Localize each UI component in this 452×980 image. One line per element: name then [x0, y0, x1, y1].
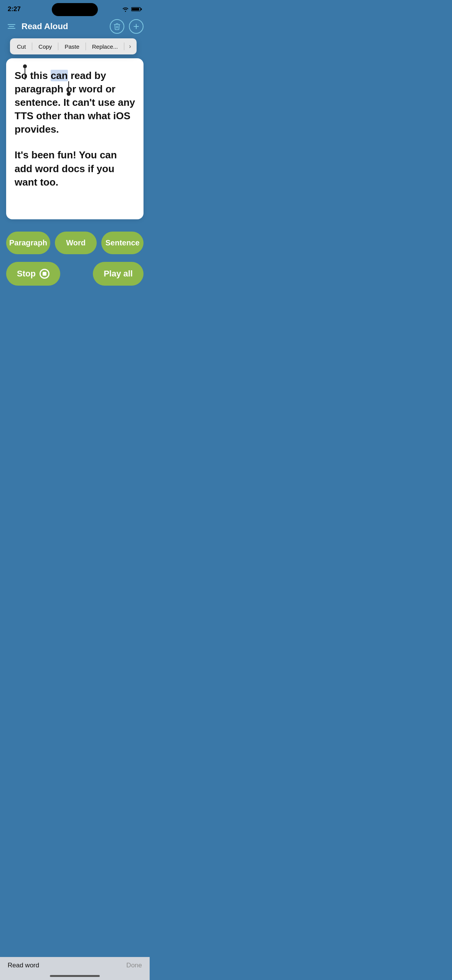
plus-icon: [132, 23, 140, 30]
menu-divider-4: [124, 43, 124, 50]
play-all-button[interactable]: Play all: [93, 262, 144, 286]
status-bar: 2:27: [0, 0, 150, 16]
text-card[interactable]: So this can read by paragraph or word or…: [6, 58, 144, 219]
nav-bar: Read Aloud: [0, 16, 150, 38]
selection-handle-start: [23, 64, 27, 80]
add-button[interactable]: [129, 19, 144, 34]
stop-square: [43, 272, 46, 276]
menu-divider-1: [32, 43, 32, 50]
filter-icon[interactable]: [6, 23, 17, 30]
action-buttons-row: Stop Play all: [6, 262, 144, 286]
selection-handle-end: [67, 81, 71, 96]
sentence-button[interactable]: Sentence: [101, 232, 144, 254]
text-content: So this can read by paragraph or word or…: [15, 69, 135, 189]
paragraph-button[interactable]: Paragraph: [6, 232, 50, 254]
menu-divider-3: [86, 43, 86, 50]
svg-rect-2: [141, 8, 142, 10]
context-menu: Cut Copy Paste Replace... ›: [10, 38, 137, 54]
paste-menu-item[interactable]: Paste: [59, 41, 84, 52]
cut-menu-item[interactable]: Cut: [12, 41, 31, 52]
bottom-area: Paragraph Word Sentence Stop Play all: [0, 219, 150, 286]
stop-icon: [40, 269, 49, 279]
menu-more-arrow[interactable]: ›: [125, 41, 135, 52]
status-time: 2:27: [8, 5, 21, 13]
copy-menu-item[interactable]: Copy: [33, 41, 57, 52]
paragraph-2: It's been fun! You can add word docs if …: [15, 148, 135, 189]
replace-menu-item[interactable]: Replace...: [87, 41, 124, 52]
word-button[interactable]: Word: [55, 232, 97, 254]
battery-icon: [131, 7, 142, 12]
menu-divider-2: [58, 43, 58, 50]
svg-rect-1: [132, 8, 139, 11]
page-title: Read Aloud: [21, 21, 105, 31]
status-notch: [52, 3, 98, 16]
highlighted-word: can: [51, 70, 68, 81]
status-icons: [122, 7, 142, 12]
trash-icon: [113, 23, 121, 30]
stop-button[interactable]: Stop: [6, 262, 60, 286]
stop-label: Stop: [17, 269, 36, 279]
paragraph-1: So this can read by paragraph or word or…: [15, 69, 135, 136]
context-menu-container: Cut Copy Paste Replace... ›: [0, 38, 150, 54]
delete-button[interactable]: [110, 19, 124, 34]
mode-buttons-row: Paragraph Word Sentence: [6, 232, 144, 254]
wifi-icon: [122, 7, 129, 12]
